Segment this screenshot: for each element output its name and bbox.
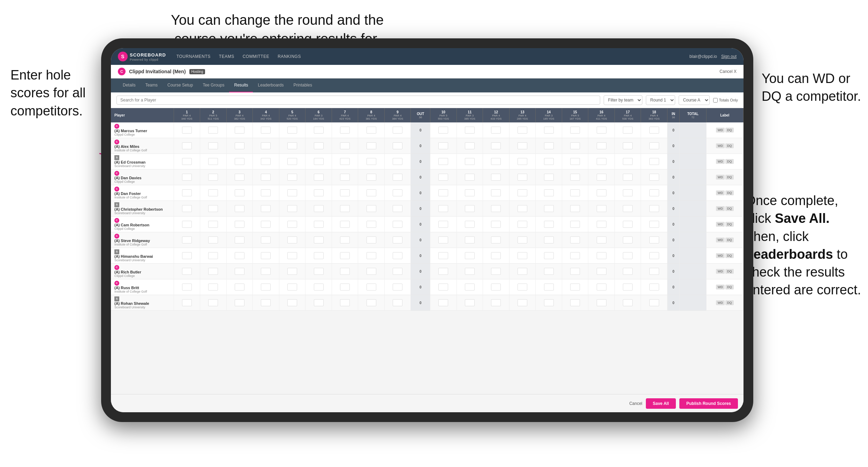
hole-5-input[interactable] [287,221,297,228]
score-table-container[interactable]: Player 1PAR 4340 YDS 2PAR 5511 YDS 3PAR … [111,108,744,394]
dq-button[interactable]: DQ [725,269,734,274]
hole-13-input[interactable] [518,252,527,259]
hole-8-input[interactable] [367,205,376,212]
hole-1-cell[interactable] [174,185,200,201]
hole-18-input[interactable] [649,236,659,243]
hole-12-input[interactable] [491,189,501,196]
hole-8-input[interactable] [367,189,376,196]
hole-3-input[interactable] [235,221,244,228]
hole-15-input[interactable] [570,127,580,134]
hole-11-cell[interactable] [456,138,483,154]
hole-4-cell[interactable] [253,264,279,279]
hole-2-input[interactable] [208,252,218,259]
hole-11-input[interactable] [465,127,475,134]
search-input[interactable] [116,96,600,105]
hole-13-cell[interactable] [509,138,536,154]
wd-button[interactable]: WD [716,190,725,195]
hole-4-input[interactable] [261,221,271,228]
hole-5-input[interactable] [287,299,297,306]
hole-14-cell[interactable] [536,154,562,170]
hole-6-input[interactable] [314,158,324,165]
hole-16-input[interactable] [597,268,606,275]
hole-6-cell[interactable] [305,122,332,138]
nav-rankings[interactable]: RANKINGS [278,54,301,59]
hole-15-cell[interactable] [562,217,588,232]
hole-11-cell[interactable] [456,154,483,170]
hole-10-input[interactable] [438,299,448,306]
hole-1-input[interactable] [182,236,192,243]
hole-4-input[interactable] [261,174,271,181]
hole-17-cell[interactable] [614,185,641,201]
hole-14-cell[interactable] [536,264,562,279]
dq-button[interactable]: DQ [725,143,734,148]
hole-18-input[interactable] [649,142,659,149]
hole-16-input[interactable] [597,158,606,165]
hole-9-input[interactable] [393,174,402,181]
hole-12-input[interactable] [491,299,501,306]
hole-12-cell[interactable] [483,295,510,311]
hole-15-cell[interactable] [562,138,588,154]
hole-8-input[interactable] [367,221,376,228]
hole-9-input[interactable] [393,142,402,149]
hole-17-input[interactable] [623,236,633,243]
hole-4-input[interactable] [261,189,271,196]
hole-6-cell[interactable] [305,295,332,311]
hole-7-cell[interactable] [332,185,358,201]
hole-5-input[interactable] [287,205,297,212]
hole-17-input[interactable] [623,252,633,259]
hole-3-cell[interactable] [226,295,253,311]
hole-9-cell[interactable] [384,185,411,201]
hole-14-cell[interactable] [536,248,562,264]
hole-7-cell[interactable] [332,201,358,217]
dq-button[interactable]: DQ [725,222,734,227]
hole-5-input[interactable] [287,268,297,275]
hole-1-input[interactable] [182,205,192,212]
hole-7-input[interactable] [340,127,350,134]
hole-5-cell[interactable] [279,217,305,232]
hole-10-cell[interactable] [430,138,457,154]
hole-1-input[interactable] [182,299,192,306]
hole-12-input[interactable] [491,158,501,165]
hole-11-input[interactable] [465,142,475,149]
hole-15-input[interactable] [570,268,580,275]
hole-8-input[interactable] [367,127,376,134]
tab-tee-groups[interactable]: Tee Groups [198,78,229,92]
hole-13-cell[interactable] [509,232,536,248]
hole-8-input[interactable] [367,268,376,275]
hole-14-input[interactable] [544,284,554,291]
publish-button[interactable]: Publish Round Scores [679,398,738,409]
course-select[interactable]: Course A [679,95,710,105]
hole-11-input[interactable] [465,189,475,196]
hole-2-input[interactable] [208,284,218,291]
hole-1-cell[interactable] [174,248,200,264]
hole-3-input[interactable] [235,284,244,291]
hole-14-cell[interactable] [536,138,562,154]
hole-18-input[interactable] [649,284,659,291]
hole-8-cell[interactable] [358,138,385,154]
hole-8-cell[interactable] [358,201,385,217]
round-select[interactable]: Round 1 [646,95,675,105]
hole-10-cell[interactable] [430,185,457,201]
hole-6-input[interactable] [314,189,324,196]
hole-5-cell[interactable] [279,122,305,138]
hole-3-input[interactable] [235,127,244,134]
hole-18-input[interactable] [649,252,659,259]
hole-4-input[interactable] [261,142,271,149]
hole-7-input[interactable] [340,142,350,149]
hole-1-input[interactable] [182,174,192,181]
hole-13-input[interactable] [518,174,527,181]
hole-15-input[interactable] [570,189,580,196]
hole-10-input[interactable] [438,268,448,275]
hole-4-input[interactable] [261,158,271,165]
hole-10-input[interactable] [438,252,448,259]
hole-8-cell[interactable] [358,122,385,138]
hole-12-cell[interactable] [483,138,510,154]
hole-16-cell[interactable] [588,248,615,264]
hole-11-input[interactable] [465,252,475,259]
hole-13-cell[interactable] [509,201,536,217]
hole-12-cell[interactable] [483,170,510,185]
hole-12-cell[interactable] [483,201,510,217]
hole-18-input[interactable] [649,189,659,196]
hole-17-cell[interactable] [614,201,641,217]
hole-12-cell[interactable] [483,154,510,170]
